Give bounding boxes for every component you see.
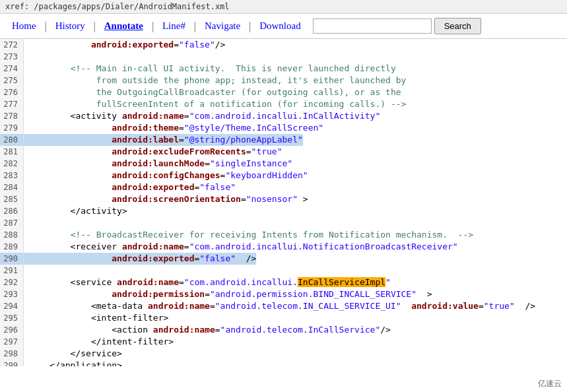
line-num: 297	[0, 336, 24, 348]
code-line: 294 <meta-data android:name="android.tel…	[0, 300, 567, 312]
line-num: 274	[0, 63, 24, 75]
code-content: android:permission="android.permission.B…	[24, 288, 432, 300]
line-num: 279	[0, 122, 24, 134]
line-num: 277	[0, 98, 24, 110]
code-content: android:exported="false"	[24, 181, 236, 193]
watermark: 亿速云	[538, 378, 562, 389]
line-num: 283	[0, 170, 24, 181]
nav-sep-3: |	[150, 20, 156, 32]
code-line: 285 android:screenOrientation="nosensor"…	[0, 193, 567, 205]
line-num: 293	[0, 288, 24, 300]
code-line: 281 android:excludeFromRecents="true"	[0, 146, 567, 158]
code-line: 297 </intent-filter>	[0, 336, 567, 348]
code-line: 282 android:launchMode="singleInstance"	[0, 158, 567, 170]
line-num: 275	[0, 75, 24, 86]
code-content: <intent-filter>	[24, 312, 168, 324]
code-line: 279 android:theme="@style/Theme.InCallSc…	[0, 122, 567, 134]
code-content: <meta-data android:name="android.telecom…	[24, 300, 535, 312]
code-line: 275 from outside the phone app; instead,…	[0, 75, 567, 86]
code-line: 287	[0, 217, 567, 229]
code-content: </application>	[24, 360, 122, 366]
nav-history[interactable]: History	[49, 18, 92, 34]
code-content: <!-- Main in-call UI activity. This is n…	[24, 63, 396, 75]
code-content: android:exported="false" />	[24, 253, 256, 265]
code-content: android:exported="false"/>	[24, 39, 225, 51]
code-line: 299 </application>	[0, 360, 567, 366]
code-line: 283 android:configChanges="keyboardHidde…	[0, 170, 567, 181]
code-content: </intent-filter>	[24, 336, 174, 348]
code-content: <activity android:name="com.android.inca…	[24, 110, 380, 122]
line-num: 272	[0, 39, 24, 51]
code-content: from outside the phone app; instead, it'…	[24, 75, 406, 86]
code-line: 278 <activity android:name="com.android.…	[0, 110, 567, 122]
code-line: 292 <service android:name="com.android.i…	[0, 277, 567, 288]
nav-sep-1: |	[43, 20, 49, 32]
code-line: 274 <!-- Main in-call UI activity. This …	[0, 63, 567, 75]
code-content: android:excludeFromRecents="true"	[24, 146, 283, 158]
code-content: </activity>	[24, 205, 127, 217]
code-line: 273	[0, 51, 567, 63]
code-content: fullScreenIntent of a notification (for …	[24, 98, 406, 110]
code-line: 295 <intent-filter>	[0, 312, 567, 324]
code-content: android:theme="@style/Theme.InCallScreen…	[24, 122, 323, 134]
nav-sep-2: |	[92, 20, 98, 32]
code-content: <receiver android:name="com.android.inca…	[24, 241, 458, 253]
title-text: xref: /packages/apps/Dialer/AndroidManif…	[5, 2, 230, 11]
code-line: 284 android:exported="false"	[0, 181, 567, 193]
code-line: 298 </service>	[0, 348, 567, 360]
line-num: 276	[0, 86, 24, 98]
nav-lineno[interactable]: Line#	[156, 18, 192, 34]
code-line: 289 <receiver android:name="com.android.…	[0, 241, 567, 253]
code-line: 293 android:permission="android.permissi…	[0, 288, 567, 300]
code-content: android:configChanges="keyboardHidden"	[24, 170, 308, 181]
line-num: 291	[0, 265, 24, 277]
code-line: 296 <action android:name="android.teleco…	[0, 324, 567, 336]
line-num: 273	[0, 51, 24, 63]
code-line: 280 android:label="@string/phoneAppLabel…	[0, 134, 567, 146]
code-line: 288 <!-- BroadcastReceiver for receiving…	[0, 229, 567, 241]
search-input[interactable]	[313, 18, 432, 34]
code-content: android:screenOrientation="nosensor" >	[24, 193, 308, 205]
code-content: <!-- BroadcastReceiver for receiving Int…	[24, 229, 473, 241]
search-button[interactable]: Search	[434, 18, 481, 34]
code-line: 276 the OutgoingCallBroadcaster (for out…	[0, 86, 567, 98]
line-num: 296	[0, 324, 24, 336]
code-line: 277 fullScreenIntent of a notification (…	[0, 98, 567, 110]
line-num: 292	[0, 277, 24, 288]
code-line: 272 android:exported="false"/>	[0, 39, 567, 51]
code-content: android:launchMode="singleInstance"	[24, 158, 292, 170]
code-area: 272 android:exported="false"/> 273 274 <…	[0, 39, 567, 366]
nav-home[interactable]: Home	[5, 18, 43, 34]
nav-annotate[interactable]: Annotate	[98, 18, 150, 34]
nav-download[interactable]: Download	[253, 18, 308, 34]
line-num: 289	[0, 241, 24, 253]
line-num: 290	[0, 253, 24, 265]
code-content	[24, 265, 34, 277]
code-content: the OutgoingCallBroadcaster (for outgoin…	[24, 86, 401, 98]
nav-navigate[interactable]: Navigate	[198, 18, 247, 34]
line-num: 294	[0, 300, 24, 312]
code-content: <action android:name="android.telecom.In…	[24, 324, 391, 336]
nav-bar: Home | History | Annotate | Line# | Navi…	[0, 14, 567, 39]
code-content	[24, 217, 34, 229]
title-bar: xref: /packages/apps/Dialer/AndroidManif…	[0, 0, 567, 14]
line-num: 288	[0, 229, 24, 241]
code-content: </service>	[24, 348, 122, 360]
line-num: 284	[0, 181, 24, 193]
code-content: android:label="@string/phoneAppLabel"	[24, 134, 303, 146]
line-num: 282	[0, 158, 24, 170]
line-num: 299	[0, 360, 24, 366]
code-line: 291	[0, 265, 567, 277]
code-content	[24, 51, 34, 63]
line-num: 298	[0, 348, 24, 360]
line-num: 286	[0, 205, 24, 217]
line-num: 287	[0, 217, 24, 229]
code-content: <service android:name="com.android.incal…	[24, 277, 391, 288]
code-line: 290 android:exported="false" />	[0, 253, 567, 265]
line-num: 281	[0, 146, 24, 158]
line-num: 295	[0, 312, 24, 324]
line-num: 278	[0, 110, 24, 122]
nav-sep-5: |	[247, 20, 253, 32]
line-num: 285	[0, 193, 24, 205]
nav-sep-4: |	[192, 20, 198, 32]
